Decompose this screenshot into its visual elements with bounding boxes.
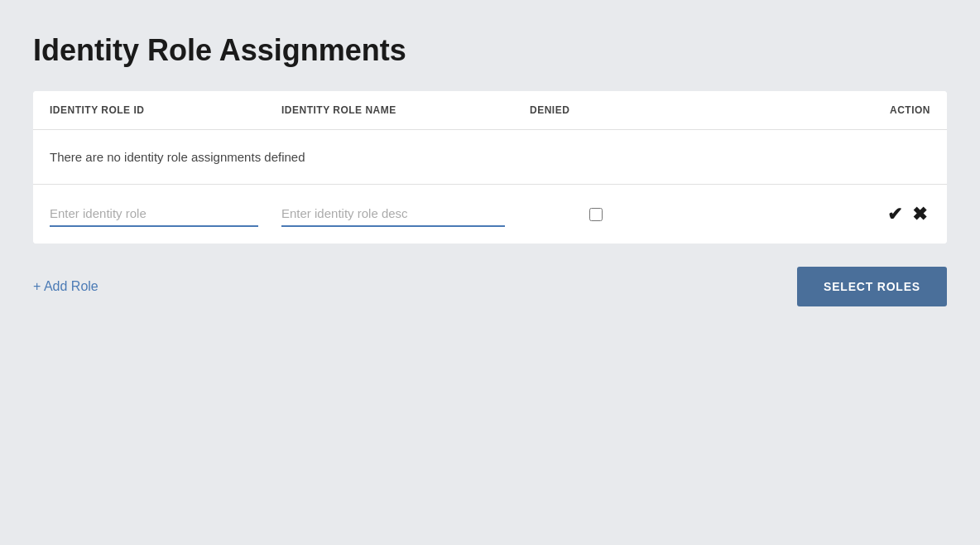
- add-role-link[interactable]: + Add Role: [33, 279, 98, 294]
- page-container: Identity Role Assignments IDENTITY ROLE …: [0, 0, 980, 545]
- page-title: Identity Role Assignments: [33, 33, 947, 68]
- table-container: IDENTITY ROLE ID IDENTITY ROLE NAME DENI…: [33, 91, 947, 244]
- role-name-input[interactable]: [281, 201, 505, 227]
- column-header-identity-role-name: IDENTITY ROLE NAME: [281, 104, 530, 116]
- role-id-input-wrapper: [50, 201, 281, 227]
- footer-row: + Add Role SELECT ROLES: [33, 267, 947, 306]
- row-action-icons: ✔ ✖: [662, 204, 930, 225]
- add-role-row: ✔ ✖: [33, 185, 947, 244]
- column-header-denied: DENIED: [530, 104, 662, 116]
- column-header-action: ACTION: [662, 104, 930, 116]
- column-header-identity-role-id: IDENTITY ROLE ID: [50, 104, 281, 116]
- denied-checkbox-wrapper: [530, 208, 662, 221]
- role-id-input[interactable]: [50, 201, 258, 227]
- confirm-icon[interactable]: ✔: [887, 204, 902, 225]
- select-roles-button[interactable]: SELECT ROLES: [797, 267, 947, 306]
- denied-checkbox[interactable]: [589, 208, 603, 221]
- empty-message: There are no identity role assignments d…: [33, 130, 947, 185]
- cancel-icon[interactable]: ✖: [912, 204, 927, 225]
- role-name-input-wrapper: [281, 201, 530, 227]
- table-header: IDENTITY ROLE ID IDENTITY ROLE NAME DENI…: [33, 91, 947, 130]
